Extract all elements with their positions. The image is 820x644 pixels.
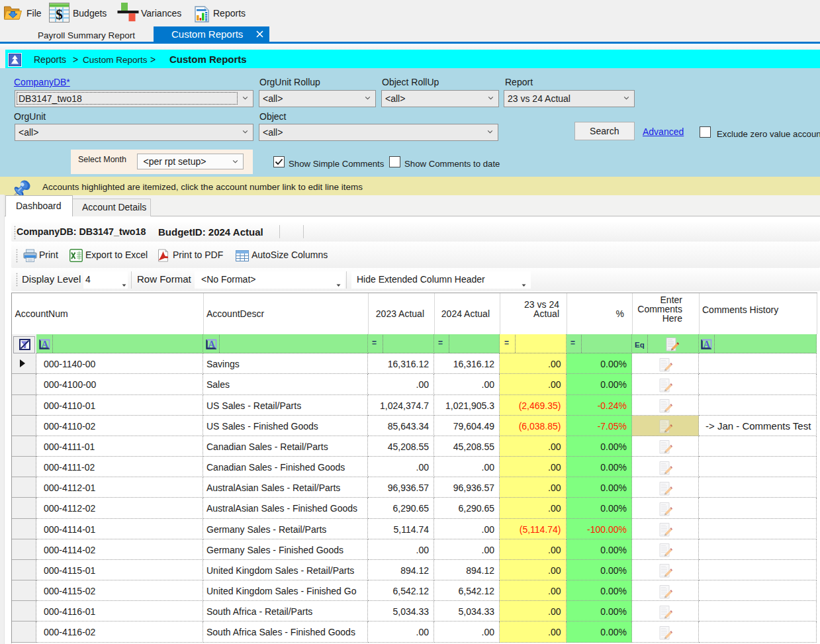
svg-text:A: A bbox=[208, 339, 215, 349]
svg-text:A: A bbox=[41, 339, 48, 349]
svg-text:$: $ bbox=[56, 7, 63, 23]
svg-text:A: A bbox=[703, 339, 710, 349]
